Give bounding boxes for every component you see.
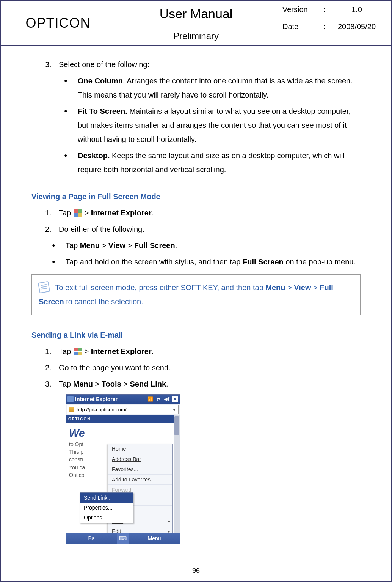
fs-bullet-1: ● Tap Menu > View > Full Screen.: [52, 239, 361, 253]
sl-step-1: 1. Tap > Internet Explorer.: [45, 344, 361, 359]
date-value: 2008/05/20: [328, 20, 386, 34]
version-label: Version: [282, 3, 320, 17]
heading-sendlink: Sending a Link via E-mail: [31, 328, 361, 342]
signal-icon[interactable]: 📶: [147, 396, 153, 402]
site-icon: [69, 407, 74, 412]
address-bar[interactable]: ▾: [67, 405, 179, 414]
note-icon: [38, 281, 50, 293]
header-center: User Manual Preliminary: [115, 1, 277, 45]
volume-icon[interactable]: ◀€: [164, 396, 170, 402]
sl-step-3: 3. Tap Menu > Tools > Send Link.: [45, 377, 361, 391]
page-header: OPTICON User Manual Preliminary Version …: [1, 1, 391, 46]
header-meta: Version : 1.0 Date : 2008/05/20: [277, 1, 391, 45]
page-viewport: OPTICON We to Opt This p constr You ca O…: [66, 415, 180, 533]
page: OPTICON User Manual Preliminary Version …: [0, 0, 392, 582]
menu-item-edit[interactable]: Edit: [108, 526, 172, 533]
scrollbar[interactable]: [174, 415, 180, 533]
bullet-one-column: ● One Column. Arranges the content into …: [64, 74, 361, 102]
bottom-bar: Ba ⌨ Menu: [66, 533, 180, 544]
embedded-screenshot: Internet Explorer 📶 ⇄ ◀€ ✕ ▾ OPTICON We …: [66, 394, 180, 544]
tools-submenu: Send Link... Properties... Options...: [80, 492, 133, 523]
connection-icon[interactable]: ⇄: [155, 396, 162, 402]
bullet-fit-to-screen: ● Fit To Screen. Maintains a layout simi…: [64, 104, 361, 146]
windows-start-icon: [73, 209, 82, 217]
note-box: To exit full screen mode, press either S…: [31, 274, 361, 315]
windows-start-icon[interactable]: [67, 396, 74, 402]
url-input[interactable]: [76, 406, 170, 413]
step-3: 3. Select one of the following:: [45, 58, 361, 72]
titlebar-icons: 📶 ⇄ ◀€ ✕: [147, 396, 178, 402]
page-number: 96: [1, 565, 391, 577]
bullet-icon: ●: [64, 149, 78, 177]
menu-item-address-bar[interactable]: Address Bar: [108, 454, 172, 464]
fs-bullet-2: ● Tap and hold on the screen with stylus…: [52, 255, 361, 269]
brand: OPTICON: [1, 1, 115, 45]
bullet-icon: ●: [64, 74, 78, 102]
bullet-icon: ●: [52, 239, 66, 253]
sl-step-2: 2. Go to the page you want to send.: [45, 361, 361, 375]
bullet-icon: ●: [64, 104, 78, 146]
fs-step-1: 1. Tap > Internet Explorer.: [45, 206, 361, 220]
submenu-options[interactable]: Options...: [80, 513, 133, 522]
dropdown-icon[interactable]: ▾: [171, 406, 177, 413]
bullet-icon: ●: [52, 255, 66, 269]
submenu-send-link[interactable]: Send Link...: [80, 493, 133, 503]
menu-item-home[interactable]: Home: [108, 444, 172, 454]
doc-subtitle: Preliminary: [115, 27, 277, 45]
windows-start-icon: [73, 347, 82, 355]
submenu-properties[interactable]: Properties...: [80, 503, 133, 513]
menu-item-favorites[interactable]: Favorites...: [108, 464, 172, 475]
site-banner: OPTICON: [66, 415, 180, 423]
fs-step-2: 2. Do either of the following:: [45, 222, 361, 236]
doc-title: User Manual: [115, 1, 277, 27]
close-icon[interactable]: ✕: [172, 396, 178, 402]
softkey-right[interactable]: Menu: [129, 533, 180, 544]
window-title: Internet Explorer: [75, 396, 146, 403]
version-value: 1.0: [328, 3, 386, 17]
softkey-left[interactable]: Ba: [66, 533, 117, 544]
heading-fullscreen: Viewing a Page in Full Screen Mode: [31, 190, 361, 204]
content: 3. Select one of the following: ● One Co…: [1, 46, 391, 544]
keyboard-icon[interactable]: ⌨: [117, 533, 129, 544]
welcome-heading: We: [69, 426, 177, 440]
date-label: Date: [282, 20, 320, 34]
bullet-desktop: ● Desktop. Keeps the same layout and siz…: [64, 149, 361, 177]
titlebar: Internet Explorer 📶 ⇄ ◀€ ✕: [66, 395, 180, 404]
menu-item-add-favorites[interactable]: Add to Favorites...: [108, 475, 172, 485]
